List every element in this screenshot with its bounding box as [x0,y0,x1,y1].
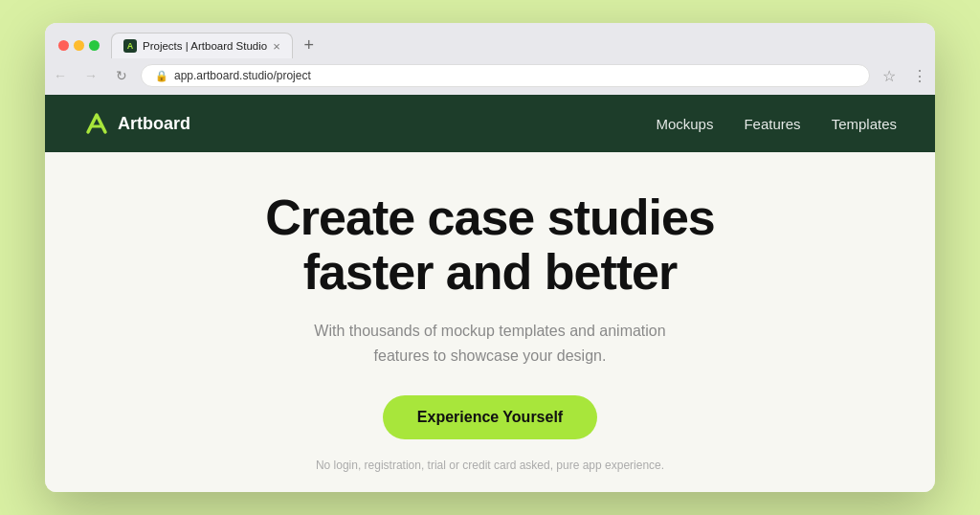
reload-button[interactable]: ↻ [110,64,133,87]
website-content: Artboard Mockups Features Templates Crea… [45,95,935,492]
more-options-button[interactable]: ⋮ [908,64,931,87]
logo-text: Artboard [118,114,190,134]
forward-button[interactable]: → [79,64,102,87]
nav-link-mockups[interactable]: Mockups [656,116,713,132]
browser-window: A Projects | Artboard Studio × + ← → ↻ 🔒… [45,23,935,492]
address-bar[interactable]: 🔒 app.artboard.studio/project [141,64,870,87]
site-nav: Artboard Mockups Features Templates [45,95,935,152]
tab-favicon: A [123,39,137,53]
nav-links: Mockups Features Templates [656,116,897,132]
new-tab-button[interactable]: + [297,34,322,58]
lock-icon: 🔒 [155,70,168,82]
bookmark-button[interactable]: ☆ [878,64,901,87]
browser-addressbar-row: ← → ↻ 🔒 app.artboard.studio/project ☆ ⋮ [45,58,935,95]
address-text: app.artboard.studio/project [174,69,311,82]
nav-link-templates[interactable]: Templates [832,116,897,132]
traffic-light-close[interactable] [58,40,69,51]
hero-headline: Create case studies faster and better [203,190,777,300]
browser-tab-active[interactable]: A Projects | Artboard Studio × [111,33,293,58]
hero-subtext: With thousands of mockup templates and a… [308,319,672,368]
traffic-lights [58,40,100,51]
logo-icon [83,110,110,137]
traffic-light-maximize[interactable] [89,40,100,51]
nav-link-features[interactable]: Features [744,116,800,132]
traffic-light-minimize[interactable] [74,40,84,51]
hero-section: Create case studies faster and better Wi… [45,152,935,492]
cta-button[interactable]: Experience Yourself [383,395,597,439]
browser-tabs-row: A Projects | Artboard Studio × + [111,33,322,58]
back-button[interactable]: ← [49,64,72,87]
nav-logo: Artboard [83,110,190,137]
tab-close-button[interactable]: × [273,40,280,53]
browser-top-row: A Projects | Artboard Studio × + [45,23,935,58]
tab-title: Projects | Artboard Studio [143,40,267,52]
hero-disclaimer: No login, registration, trial or credit … [316,459,664,472]
